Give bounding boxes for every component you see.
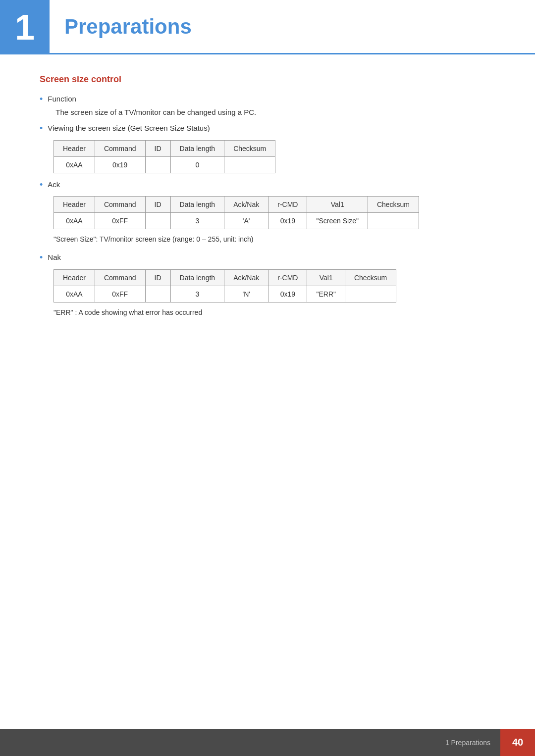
th-header-3: Header (54, 269, 95, 286)
th-command-3: Command (95, 269, 145, 286)
td-val1-val-2: "Screen Size" (307, 213, 368, 229)
td-header-val-1: 0xAA (54, 156, 95, 173)
chapter-number-block: 1 (0, 0, 50, 54)
td-rcmd-val-2: 0x19 (268, 213, 307, 229)
th-id-1: ID (145, 140, 170, 156)
chapter-header: 1 Preparations (0, 0, 535, 54)
th-val1-2: Val1 (307, 197, 368, 213)
bullet-function: • Function The screen size of a TV/monit… (40, 94, 495, 118)
note-screen-size: "Screen Size": TV/monitor screen size (r… (54, 235, 495, 243)
table-viewing: Header Command ID Data length Checksum 0… (54, 140, 275, 173)
section-title: Screen size control (40, 74, 495, 85)
th-val1-3: Val1 (307, 269, 345, 286)
td-acknak-val-3: 'N' (224, 286, 268, 302)
th-rcmd-3: r-CMD (268, 269, 307, 286)
th-header-1: Header (54, 140, 95, 156)
th-command-2: Command (95, 197, 145, 213)
td-id-val-1 (145, 156, 170, 173)
table-row: 0xAA 0xFF 3 'N' 0x19 "ERR" (54, 286, 396, 302)
table-nak: Header Command ID Data length Ack/Nak r-… (54, 269, 396, 302)
table-viewing-wrapper: Header Command ID Data length Checksum 0… (54, 140, 495, 173)
th-header-2: Header (54, 197, 95, 213)
footer-text: 1 Preparations (445, 739, 500, 747)
th-command-1: Command (95, 140, 145, 156)
td-id-val-3 (145, 286, 170, 302)
td-rcmd-val-3: 0x19 (268, 286, 307, 302)
td-data-length-val-1: 0 (170, 156, 224, 173)
th-checksum-1: Checksum (224, 140, 275, 156)
table-ack-wrapper: Header Command ID Data length Ack/Nak r-… (54, 196, 495, 229)
td-acknak-val-2: 'A' (224, 213, 268, 229)
td-header-val-3: 0xAA (54, 286, 95, 302)
bullet-dot-4: • (40, 252, 43, 263)
td-checksum-val-2 (368, 213, 419, 229)
th-data-length-2: Data length (170, 197, 224, 213)
chapter-title-area: Preparations (50, 0, 535, 54)
bullet-dot-3: • (40, 180, 43, 190)
td-data-length-val-3: 3 (170, 286, 224, 302)
td-command-val-2: 0xFF (95, 213, 145, 229)
bullet-viewing: • Viewing the screen size (Get Screen Si… (40, 123, 495, 134)
main-content: Screen size control • Function The scree… (0, 74, 535, 365)
chapter-number: 1 (15, 9, 35, 45)
table-row: 0xAA 0x19 0 (54, 156, 275, 173)
th-checksum-2: Checksum (368, 197, 419, 213)
bullet-dot-1: • (40, 94, 43, 104)
bullet-nak: • Nak (40, 252, 495, 263)
th-checksum-3: Checksum (345, 269, 396, 286)
td-val1-val-3: "ERR" (307, 286, 345, 302)
th-data-length-3: Data length (170, 269, 224, 286)
table-ack: Header Command ID Data length Ack/Nak r-… (54, 196, 419, 229)
th-acknak-3: Ack/Nak (224, 269, 268, 286)
td-data-length-val-2: 3 (170, 213, 224, 229)
th-data-length-1: Data length (170, 140, 224, 156)
th-id-3: ID (145, 269, 170, 286)
bullet-dot-2: • (40, 123, 43, 134)
td-command-val-3: 0xFF (95, 286, 145, 302)
th-acknak-2: Ack/Nak (224, 197, 268, 213)
td-header-val-2: 0xAA (54, 213, 95, 229)
bullet-function-label: Function The screen size of a TV/monitor… (48, 94, 256, 118)
note-err: "ERR" : A code showing what error has oc… (54, 308, 495, 316)
td-id-val-2 (145, 213, 170, 229)
th-id-2: ID (145, 197, 170, 213)
chapter-title: Preparations (64, 15, 192, 39)
th-rcmd-2: r-CMD (268, 197, 307, 213)
bullet-ack: • Ack (40, 179, 495, 191)
footer-page-number: 40 (500, 729, 535, 756)
td-checksum-val-1 (224, 156, 275, 173)
table-row: 0xAA 0xFF 3 'A' 0x19 "Screen Size" (54, 213, 419, 229)
page-footer: 1 Preparations 40 (0, 729, 535, 756)
td-command-val-1: 0x19 (95, 156, 145, 173)
td-checksum-val-3 (345, 286, 396, 302)
table-nak-wrapper: Header Command ID Data length Ack/Nak r-… (54, 269, 495, 302)
